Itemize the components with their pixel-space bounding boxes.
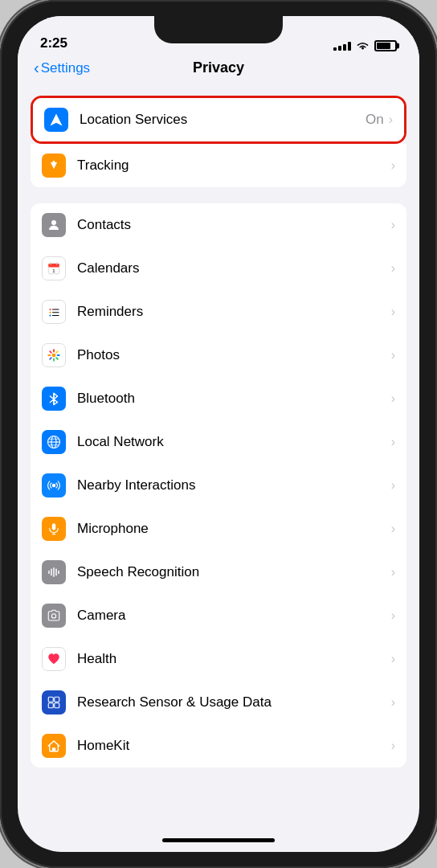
location-arrow-icon bbox=[49, 113, 63, 127]
location-services-highlight: Location Services On › bbox=[31, 96, 406, 144]
signal-bar-2 bbox=[338, 46, 341, 51]
signal-bar-1 bbox=[333, 47, 337, 51]
microphone-icon-svg bbox=[47, 522, 61, 536]
research-icon bbox=[42, 690, 66, 714]
speech-recognition-row[interactable]: Speech Recognition › bbox=[31, 551, 406, 594]
camera-icon bbox=[42, 604, 66, 628]
local-network-label: Local Network bbox=[77, 434, 391, 450]
svg-rect-40 bbox=[55, 703, 59, 708]
reminders-row[interactable]: Reminders › bbox=[31, 290, 406, 334]
microphone-row[interactable]: Microphone › bbox=[31, 507, 406, 551]
tracking-label: Tracking bbox=[77, 158, 391, 174]
speech-recognition-icon-svg bbox=[47, 565, 61, 579]
tracking-chevron: › bbox=[391, 158, 395, 173]
svg-point-13 bbox=[52, 354, 56, 358]
tracking-row[interactable]: Tracking › bbox=[31, 144, 406, 187]
svg-point-7 bbox=[49, 309, 51, 310]
photos-chevron: › bbox=[391, 348, 395, 362]
contacts-icon bbox=[42, 213, 66, 237]
tracking-icon bbox=[42, 154, 66, 178]
homekit-row[interactable]: HomeKit › bbox=[31, 724, 406, 768]
bluetooth-icon bbox=[42, 387, 66, 411]
speech-recognition-label: Speech Recognition bbox=[77, 564, 391, 580]
signal-bar-4 bbox=[348, 42, 351, 51]
camera-icon-svg bbox=[47, 608, 61, 623]
photos-icon-svg bbox=[47, 348, 61, 362]
photos-row[interactable]: Photos › bbox=[31, 334, 406, 377]
location-services-row[interactable]: Location Services On › bbox=[33, 98, 404, 141]
status-icons bbox=[333, 40, 397, 51]
svg-line-19 bbox=[56, 358, 58, 359]
health-icon bbox=[42, 647, 66, 671]
contacts-label: Contacts bbox=[77, 217, 391, 233]
camera-label: Camera bbox=[77, 608, 391, 624]
location-services-icon bbox=[44, 108, 68, 132]
svg-line-21 bbox=[50, 358, 51, 359]
nearby-interactions-icon-svg bbox=[47, 478, 61, 493]
signal-bars bbox=[333, 42, 351, 51]
svg-point-1 bbox=[51, 220, 56, 225]
page-title: Privacy bbox=[193, 59, 244, 76]
svg-rect-31 bbox=[48, 571, 50, 575]
photos-label: Photos bbox=[77, 347, 391, 363]
svg-line-18 bbox=[50, 351, 51, 353]
health-row[interactable]: Health › bbox=[31, 637, 406, 681]
svg-rect-3 bbox=[48, 264, 59, 268]
bluetooth-row[interactable]: Bluetooth › bbox=[31, 377, 406, 420]
svg-point-27 bbox=[52, 484, 56, 488]
health-icon-svg bbox=[47, 652, 61, 666]
svg-rect-35 bbox=[58, 571, 59, 575]
phone-frame: 2:25 bbox=[0, 0, 437, 868]
speech-recognition-chevron: › bbox=[391, 565, 395, 579]
calendars-row[interactable]: 1 Calendars › bbox=[31, 247, 406, 290]
main-settings-group: Contacts › 1 Calendars bbox=[31, 203, 406, 768]
svg-point-11 bbox=[49, 314, 51, 316]
local-network-row[interactable]: Local Network › bbox=[31, 420, 406, 464]
homekit-icon-svg bbox=[47, 739, 61, 753]
bluetooth-chevron: › bbox=[391, 391, 395, 406]
microphone-label: Microphone bbox=[77, 521, 391, 537]
home-indicator bbox=[162, 838, 275, 842]
calendars-label: Calendars bbox=[77, 260, 391, 276]
location-services-wrapper: Location Services On › bbox=[31, 96, 406, 144]
signal-bar-3 bbox=[343, 44, 346, 51]
battery-fill bbox=[377, 43, 390, 49]
camera-chevron: › bbox=[391, 608, 395, 623]
back-label: Settings bbox=[41, 60, 90, 76]
back-button[interactable]: ‹ Settings bbox=[34, 59, 90, 77]
bluetooth-label: Bluetooth bbox=[77, 391, 391, 407]
reminders-icon bbox=[42, 300, 66, 324]
research-icon-svg bbox=[47, 695, 61, 710]
calendars-chevron: › bbox=[391, 261, 395, 276]
svg-rect-32 bbox=[51, 569, 52, 576]
research-label: Research Sensor & Usage Data bbox=[77, 694, 391, 710]
contacts-row[interactable]: Contacts › bbox=[31, 203, 406, 247]
location-services-value: On bbox=[366, 112, 384, 128]
nearby-interactions-chevron: › bbox=[391, 478, 395, 493]
back-arrow-icon: ‹ bbox=[34, 59, 39, 77]
nearby-interactions-icon bbox=[42, 473, 66, 497]
wifi-icon bbox=[356, 41, 370, 51]
phone-screen: 2:25 bbox=[18, 16, 419, 852]
contacts-chevron: › bbox=[391, 218, 395, 232]
nearby-interactions-row[interactable]: Nearby Interactions › bbox=[31, 464, 406, 507]
camera-row[interactable]: Camera › bbox=[31, 594, 406, 637]
homekit-icon bbox=[42, 734, 66, 758]
battery-icon bbox=[374, 40, 397, 51]
reminders-icon-svg bbox=[47, 305, 61, 319]
homekit-chevron: › bbox=[391, 739, 395, 753]
status-time: 2:25 bbox=[40, 35, 67, 51]
reminders-chevron: › bbox=[391, 305, 395, 319]
local-network-icon bbox=[42, 430, 66, 454]
speech-recognition-icon bbox=[42, 560, 66, 584]
contacts-icon-svg bbox=[47, 218, 61, 232]
research-row[interactable]: Research Sensor & Usage Data › bbox=[31, 681, 406, 724]
tracking-icon-svg bbox=[47, 158, 61, 173]
nav-bar: ‹ Settings Privacy bbox=[18, 56, 419, 83]
microphone-chevron: › bbox=[391, 522, 395, 536]
content-area: Location Services On › Tracking bbox=[18, 83, 419, 830]
bluetooth-icon-svg bbox=[47, 391, 61, 406]
svg-point-9 bbox=[49, 312, 51, 313]
svg-rect-37 bbox=[48, 697, 53, 702]
svg-rect-34 bbox=[55, 569, 57, 576]
